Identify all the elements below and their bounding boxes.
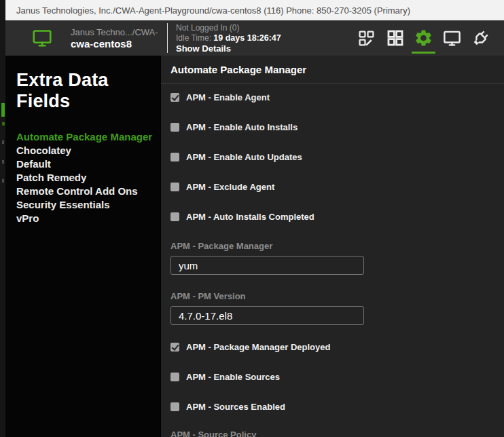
field-label: APM - PM Version <box>170 291 494 302</box>
sidebar: Extra Data Fields Automate Package Manag… <box>5 56 160 437</box>
main-panel: Automate Package Manager APM - Enable Ag… <box>160 56 504 437</box>
remote-monitor-icon[interactable] <box>442 28 462 48</box>
show-details-link[interactable]: Show Details <box>176 43 281 54</box>
checkbox-row[interactable]: APM - Enable Auto Updates <box>170 149 494 165</box>
checkbox-row[interactable]: APM - Sources Enabled <box>170 398 494 415</box>
text-input[interactable] <box>170 256 364 275</box>
field-label: APM - Source Policy <box>170 430 494 437</box>
toolbar: Janus Techno.../CWA-Agent-Pl... cwa-cent… <box>5 20 504 56</box>
fields: APM - Enable Agent APM - Enable Auto Ins… <box>161 83 504 437</box>
checkbox-label: APM - Enable Sources <box>186 372 280 382</box>
checkbox[interactable] <box>170 183 179 191</box>
checkbox-label: APM - Enable Agent <box>186 92 270 102</box>
text-input[interactable] <box>170 306 364 325</box>
sidebar-item[interactable]: vPro <box>16 212 160 225</box>
field-label-row: APM - Source Policy <box>170 430 494 437</box>
sidebar-item[interactable]: Security Essentials <box>16 198 160 212</box>
checkbox[interactable] <box>170 373 179 381</box>
text-field-row: APM - PM Version <box>170 291 494 325</box>
breadcrumb: Janus Techno.../CWA-Agent-Pl... <box>71 26 158 38</box>
checkbox-label: APM - Auto Installs Completed <box>186 212 314 222</box>
checkbox[interactable] <box>170 93 179 102</box>
field-label: APM - Package Manager <box>170 241 494 252</box>
edit-commands-icon[interactable] <box>357 28 376 48</box>
content-area: Extra Data Fields Automate Package Manag… <box>5 56 504 437</box>
checkbox[interactable] <box>170 123 179 132</box>
checkbox-row[interactable]: APM - Enable Sources <box>170 368 494 385</box>
idle-time-label: Idle Time: <box>176 33 213 43</box>
checkbox-label: APM - Enable Auto Installs <box>186 122 298 132</box>
agent-summary: Janus Techno.../CWA-Agent-Pl... cwa-cent… <box>31 26 158 50</box>
text-field-row: APM - Package Manager <box>170 241 494 275</box>
checkbox-label: APM - Enable Auto Updates <box>186 152 302 162</box>
background-selection-indicator <box>1 103 5 117</box>
app-grid-icon[interactable] <box>385 28 405 48</box>
checkbox-row[interactable]: APM - Auto Installs Completed <box>170 208 494 225</box>
checkbox[interactable] <box>170 402 179 411</box>
toolbar-icon-group <box>357 28 492 48</box>
agent-window: Janus Technologies, Inc./CWA-Agent-Playg… <box>5 0 504 437</box>
checkbox-label: APM - Package Manager Deployed <box>186 342 330 352</box>
agent-status: Not Logged In (0) Idle Time: 19 days 18:… <box>176 23 281 54</box>
sidebar-item[interactable]: Default <box>16 157 160 171</box>
checkbox[interactable] <box>170 153 179 162</box>
computer-monitor-icon <box>31 28 53 48</box>
computer-name: cwa-centos8 <box>71 38 158 50</box>
power-plug-icon[interactable] <box>471 28 490 48</box>
sidebar-item[interactable]: Automate Package Manager <box>16 130 160 144</box>
idle-time-value: 19 days 18:26:47 <box>213 33 281 43</box>
sidebar-item[interactable]: Remote Control Add Ons <box>16 185 160 198</box>
checkbox[interactable] <box>170 212 179 221</box>
checkbox-row[interactable]: APM - Exclude Agent <box>170 178 494 195</box>
settings-gear-icon[interactable] <box>414 28 433 48</box>
window-title: Janus Technologies, Inc./CWA-Agent-Playg… <box>16 5 410 16</box>
sidebar-item[interactable]: Chocolatey <box>16 144 160 157</box>
checkbox[interactable] <box>170 343 179 352</box>
sidebar-item[interactable]: Patch Remedy <box>16 171 160 185</box>
login-status: Not Logged In (0) <box>176 23 281 33</box>
checkbox-label: APM - Sources Enabled <box>186 402 285 412</box>
checkbox-row[interactable]: APM - Enable Auto Installs <box>170 119 494 135</box>
section-header: Automate Package Manager <box>161 56 504 83</box>
checkbox-row[interactable]: APM - Package Manager Deployed <box>170 339 494 355</box>
window-edge <box>0 0 5 437</box>
toolbar-divider <box>167 23 168 53</box>
window-titlebar[interactable]: Janus Technologies, Inc./CWA-Agent-Playg… <box>5 0 504 20</box>
sidebar-list: Automate Package ManagerChocolateyDefaul… <box>16 130 160 225</box>
checkbox-row[interactable]: APM - Enable Agent <box>170 89 494 105</box>
page-title: Extra Data Fields <box>16 70 160 112</box>
checkbox-label: APM - Exclude Agent <box>186 182 274 192</box>
